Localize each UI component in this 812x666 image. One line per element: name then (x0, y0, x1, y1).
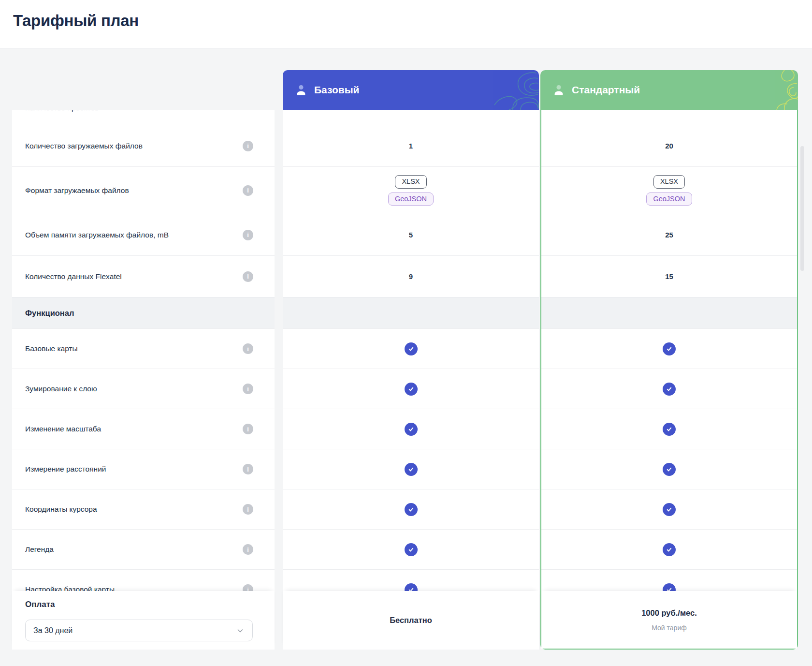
basic-cell-row (283, 529, 539, 569)
feature-row: Зумирование к слоюi (12, 369, 275, 409)
basic-cell-row (283, 569, 539, 591)
check-icon (405, 342, 418, 355)
feature-row: Количество загружаемых файловi (12, 125, 275, 166)
feature-row: Легендаi (12, 529, 275, 569)
format-badges: XLSXGeoJSON (388, 175, 434, 206)
check-icon (663, 423, 676, 436)
feature-row: Формат загружаемых файловi (12, 166, 275, 214)
info-icon[interactable]: i (243, 584, 253, 591)
check-icon (405, 383, 418, 396)
plan-body-standard: 20XLSXGeoJSON2515 1000 руб./мес. Мой тар… (540, 110, 798, 650)
standard-cell-row (541, 328, 797, 369)
check-icon (663, 342, 676, 355)
basic-cell-row (283, 449, 539, 489)
basic-column-rows: 1XLSXGeoJSON59 (283, 110, 539, 591)
feature-column: Количество проектовКоличество загружаемы… (12, 110, 275, 650)
basic-cell-row: 1 (283, 125, 539, 166)
plan-body-basic: 1XLSXGeoJSON59 Бесплатно (283, 110, 539, 650)
plan-header-basic: Базовый (283, 70, 539, 110)
standard-value: 20 (665, 142, 673, 150)
standard-cell-row: 25 (541, 214, 797, 255)
plan-column-basic: Базовый 1XLSXGeoJSON59 Бесплатно (283, 70, 539, 650)
standard-cell-row: 20 (541, 125, 797, 166)
feature-label: Измерение расстояний (25, 464, 112, 474)
feature-row: Объем памяти загружаемых файлов, mBi (12, 214, 275, 255)
section-row: Функционал (12, 297, 275, 328)
standard-cell-row (541, 489, 797, 529)
page-title: Тарифный план (13, 12, 139, 30)
standard-cell-row (541, 449, 797, 489)
standard-cell-row (541, 110, 797, 125)
basic-price: Бесплатно (390, 616, 432, 625)
basic-value: 9 (409, 272, 413, 281)
feature-label: Формат загружаемых файлов (25, 186, 135, 195)
basic-cell-row (283, 110, 539, 125)
standard-cell-row (541, 529, 797, 569)
payment-period-select[interactable]: За 30 дней (25, 620, 253, 641)
basic-cell-row (283, 328, 539, 369)
standard-price: 1000 руб./мес. (641, 608, 697, 618)
payment-panel: Оплата За 30 дней (12, 591, 275, 650)
standard-cell-row (541, 369, 797, 409)
info-icon[interactable]: i (243, 185, 253, 196)
standard-cell-row (541, 409, 797, 449)
feature-row: Координаты курсораi (12, 489, 275, 529)
info-icon[interactable]: i (243, 141, 253, 151)
info-icon[interactable]: i (243, 424, 253, 434)
check-icon (405, 463, 418, 476)
feature-label: Количество загружаемых файлов (25, 141, 148, 150)
app-header: Тарифный план (0, 0, 812, 48)
basic-cell-row (283, 489, 539, 529)
feature-row: Измерение расстоянийi (12, 449, 275, 489)
basic-cell-row (283, 369, 539, 409)
check-icon (663, 543, 676, 556)
format-badge-geojson: GeoJSON (388, 192, 434, 206)
standard-cell-row: 15 (541, 255, 797, 297)
check-icon (405, 583, 418, 592)
standard-cell-row (541, 297, 797, 328)
format-badge-xlsx: XLSX (395, 175, 426, 188)
feature-label: Легенда (25, 545, 59, 554)
feature-row: Количество проектов (12, 110, 275, 125)
info-icon[interactable]: i (243, 504, 253, 515)
format-badge-geojson: GeoJSON (646, 192, 692, 206)
feature-column-rows: Количество проектовКоличество загружаемы… (12, 110, 275, 591)
feature-label: Объем памяти загружаемых файлов, mB (25, 230, 174, 239)
plan-name-standard: Стандартный (572, 84, 640, 96)
plan-header-standard: Стандартный (540, 70, 798, 110)
info-icon[interactable]: i (243, 230, 253, 240)
info-icon[interactable]: i (243, 464, 253, 474)
standard-cell-row (541, 569, 797, 591)
payment-label: Оплата (25, 600, 275, 609)
plan-column-standard: Стандартный 20XLSXGeoJSON2515 1000 руб./… (540, 70, 798, 650)
basic-cell-row (283, 409, 539, 449)
info-icon[interactable]: i (243, 343, 253, 354)
feature-label: Зумирование к слою (25, 384, 103, 393)
feature-label: Количество проектов (25, 110, 105, 112)
basic-cell-row (283, 297, 539, 328)
info-icon[interactable]: i (243, 384, 253, 394)
topo-pattern-decoration (437, 70, 539, 110)
check-icon (663, 503, 676, 516)
check-icon (663, 463, 676, 476)
check-icon (405, 543, 418, 556)
standard-cell-row: XLSXGeoJSON (541, 166, 797, 214)
feature-label: Количество данных Flexatel (25, 272, 128, 281)
standard-value: 25 (665, 231, 673, 239)
person-icon (295, 84, 307, 96)
info-icon[interactable]: i (243, 544, 253, 555)
standard-price-note: Мой тариф (652, 624, 686, 632)
feature-label: Базовые карты (25, 344, 84, 353)
feature-row: Изменение масштабаi (12, 409, 275, 449)
section-title: Функционал (25, 309, 74, 318)
feature-row: Настройка базовой картыi (12, 569, 275, 591)
payment-period-value: За 30 дней (33, 626, 72, 635)
info-icon[interactable]: i (243, 271, 253, 282)
chevron-down-icon (236, 627, 244, 635)
basic-cell-row: 9 (283, 255, 539, 297)
check-icon (405, 503, 418, 516)
standard-column-rows: 20XLSXGeoJSON2515 (541, 110, 797, 591)
vertical-scrollbar[interactable] (800, 146, 804, 271)
basic-value: 1 (409, 142, 413, 150)
basic-cell-row: 5 (283, 214, 539, 255)
